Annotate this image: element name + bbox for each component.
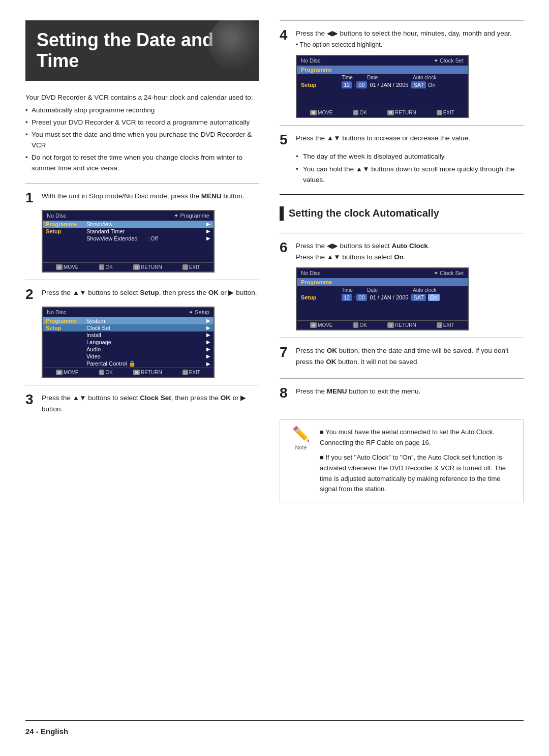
exit-button-c2: □ EXIT: [437, 322, 454, 328]
arrow-icon-s7: ▶: [206, 361, 210, 367]
clock-on-val-2: On: [428, 294, 440, 301]
arrow-icon-s5: ▶: [206, 346, 210, 352]
step-1-text: With the unit in Stop mode/No Disc mode,…: [42, 191, 244, 202]
clock-header-2: No Disc ✦ Clock Set: [297, 268, 468, 278]
note-box: ✏️ Note ■ You must have the aerial conne…: [280, 419, 524, 502]
step-1-section: 1 With the unit in Stop mode/No Disc mod…: [25, 183, 259, 280]
step-6-header: 6 Press the ◀▶ buttons to select Auto Cl…: [280, 240, 524, 262]
move-button-c1: ⊞ MOVE: [310, 110, 332, 115]
step-3-header: 3 Press the ▲▼ buttons to select Clock S…: [25, 392, 259, 414]
exit-button-2: □ EXIT: [182, 370, 200, 375]
arrow-icon-s1: ▶: [206, 318, 210, 323]
exit-button: □ EXIT: [182, 264, 200, 270]
note-icon: ✏️: [292, 427, 310, 441]
clock-col-headers-2: Time Date Auto clock: [297, 286, 468, 293]
note-bullet-2: ■ If you set "Auto Clock" to "On", the A…: [320, 452, 515, 495]
intro-item-4: Do not forgot to reset the time when you…: [25, 152, 259, 174]
menu-audio-row: Audio ▶: [43, 346, 214, 353]
ok-button: □ OK: [99, 264, 113, 270]
menu-language-row: Language ▶: [43, 339, 214, 346]
menu-top-right-2: ✦ Setup: [189, 309, 209, 316]
video-item: Video: [86, 353, 147, 359]
menu-bottom-bar-2: ⊞ MOVE □ OK ⊟ RETURN □ EXIT: [43, 368, 214, 377]
clock-menu-spacer-1: [297, 89, 468, 108]
step-4-header: 4 Press the ◀▶ buttons to select the hou…: [280, 28, 524, 50]
date-col-header: Date: [367, 75, 413, 80]
clock-header-1: No Disc ✦ Clock Set: [297, 56, 468, 66]
ok-button-c2: □ OK: [353, 322, 367, 328]
programme-label-2: Programme: [46, 318, 86, 324]
menu-showview-ext-row: ShowView Extended : Off ▶: [43, 235, 214, 242]
move-button: ⊞ MOVE: [56, 264, 78, 270]
step-7-header: 7 Press the OK button, then the date and…: [280, 345, 524, 367]
step-8-header: 8 Press the MENU button to exit the menu…: [280, 386, 524, 400]
date-col-header-2: Date: [367, 287, 413, 293]
clock-colon-2: :: [353, 294, 355, 300]
step-5-bullet-2: You can hold the ▲▼ buttons down to scro…: [296, 164, 524, 186]
step-3-text: Press the ▲▼ buttons to select Clock Set…: [42, 392, 259, 414]
menu-bottom-bar-1: ⊞ MOVE □ OK ⊟ RETURN □ EXIT: [43, 262, 214, 271]
clock-programme-row-2: Programme: [297, 278, 468, 286]
intro-section: Your DVD Recorder & VCR contains a 24-ho…: [25, 92, 259, 174]
return-button: ⊟ RETURN: [133, 264, 162, 270]
audio-item: Audio: [86, 346, 147, 352]
showview-item: ShowView: [86, 221, 147, 227]
page-number: 24 - English: [25, 727, 68, 736]
clock-programme-row-1: Programme: [297, 66, 468, 74]
install-item: Install: [86, 332, 147, 338]
clock-time-val-1: 12: [342, 81, 352, 88]
clock-menu-1: No Disc ✦ Clock Set Programme Time Date …: [296, 55, 469, 118]
standard-timer-item: Standard Timer: [86, 228, 147, 234]
ok-button-c1: □ OK: [353, 110, 367, 115]
clock-top-left-1: No Disc: [301, 57, 321, 64]
time-col-header-2: Time: [342, 287, 367, 293]
step-2-header: 2 Press the ▲▼ buttons to select Setup, …: [25, 287, 259, 301]
setup-label-2: Setup: [46, 325, 86, 331]
ok-button-2: □ OK: [99, 370, 113, 375]
clock-bottom-bar-1: ⊞ MOVE □ OK ⊟ RETURN □ EXIT: [297, 108, 468, 117]
left-column: Setting the Date and Time Your DVD Recor…: [25, 20, 259, 710]
menu-screenshot-1: No Disc ✦ Programme Programme ShowView ▶…: [42, 210, 215, 273]
setup-label: Setup: [46, 228, 86, 234]
auto-clock-section: Setting the clock Automatically: [280, 194, 524, 233]
autoclock-col-header-2: Auto clock: [413, 287, 436, 293]
step-5-header: 5 Press the ▲▼ buttons to increase or de…: [280, 133, 524, 147]
showview-extended-item: ShowView Extended: [86, 235, 147, 241]
menu-system-row: Programme System ▶: [43, 317, 214, 324]
step-6-number: 6: [280, 240, 291, 255]
clock-spacer-1: 01 / JAN / 2005: [370, 82, 409, 88]
move-button-2: ⊞ MOVE: [56, 370, 78, 375]
return-button-2: ⊟ RETURN: [133, 370, 162, 375]
clock-top-right-1: ✦ Clock Set: [434, 57, 464, 64]
step-4-number: 4: [280, 28, 291, 42]
menu-top-bar-1: No Disc ✦ Programme: [43, 211, 214, 221]
arrow-icon-s2: ▶: [206, 325, 210, 330]
return-button-c1: ⊟ RETURN: [387, 110, 416, 115]
step-5-section: 5 Press the ▲▼ buttons to increase or de…: [280, 125, 524, 194]
step-8-number: 8: [280, 386, 291, 400]
heading-bar-icon: [280, 206, 284, 221]
arrow-icon-s6: ▶: [206, 353, 210, 359]
clock-min-val-2: 00: [356, 294, 367, 301]
step-3-number: 3: [25, 392, 37, 407]
step-5-bullet-1: The day of the week is displayed automat…: [296, 151, 524, 162]
clock-programme-label-1: Programme: [301, 67, 342, 73]
step-6-text: Press the ◀▶ buttons to select Auto Cloc…: [296, 240, 430, 262]
step-5-text: Press the ▲▼ buttons to increase or decr…: [296, 133, 470, 144]
move-button-c2: ⊞ MOVE: [310, 322, 332, 328]
step-4-text: Press the ◀▶ buttons to select the hour,…: [296, 28, 512, 50]
menu-parental-row: Parental Control 🔒 ▶: [43, 360, 214, 368]
footer: 24 - English: [25, 720, 524, 736]
intro-list: Automatically stop programme recording P…: [25, 105, 259, 174]
step-4-section: 4 Press the ◀▶ buttons to select the hou…: [280, 20, 524, 125]
page: Setting the Date and Time Your DVD Recor…: [0, 0, 549, 756]
clock-day-val-1: SAT: [411, 81, 426, 88]
step-2-section: 2 Press the ▲▼ buttons to select Setup, …: [25, 280, 259, 385]
return-button-c2: ⊟ RETURN: [387, 322, 416, 328]
intro-item-1: Automatically stop programme recording: [25, 105, 259, 116]
menu-top-left-1: No Disc: [47, 213, 67, 219]
menu-install-row: Install ▶: [43, 331, 214, 339]
language-item: Language: [86, 339, 147, 345]
note-icon-col: ✏️ Note: [288, 427, 314, 495]
step-1-number: 1: [25, 191, 37, 205]
